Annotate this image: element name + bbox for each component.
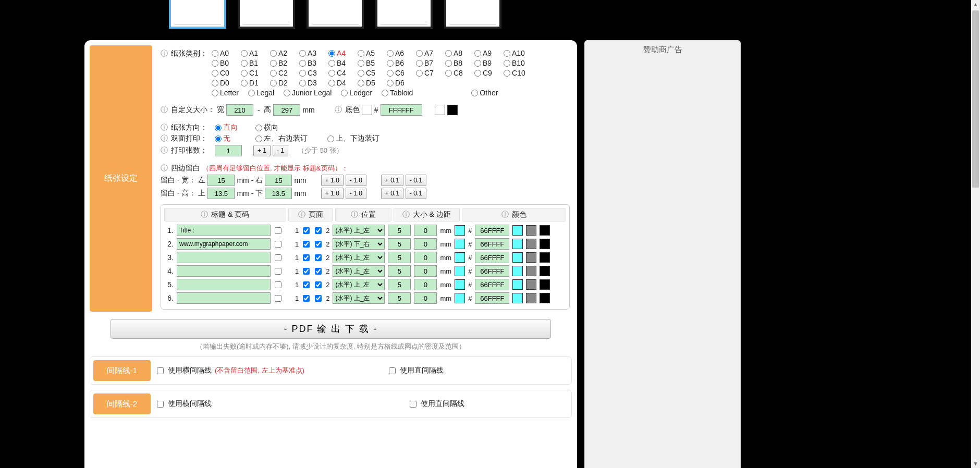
radio-paper-b5[interactable]: B5 [358,59,385,67]
input-title-margin[interactable] [414,238,437,250]
chk-page2[interactable] [315,241,322,248]
btn-mw-minus1[interactable]: - 1.0 [346,175,366,186]
input-title-hex[interactable] [475,279,509,290]
chk-v-sep-1[interactable] [389,367,396,374]
scroll-up-icon[interactable]: ▲ [971,0,980,9]
radio-paper-b10[interactable]: B10 [504,59,531,67]
swatch-preset-black[interactable] [540,239,550,249]
chk-title-enable[interactable] [275,227,281,234]
thumbnail-4[interactable] [375,0,433,29]
input-title-hex[interactable] [475,265,509,277]
input-title-size[interactable] [388,265,411,277]
swatch-preset-white[interactable] [435,105,445,115]
input-title-hex[interactable] [475,292,509,304]
select-position[interactable]: (水平) 上_左(水平) 上_中(水平) 上_右(水平) 下_左(水平) 下_中… [333,279,385,290]
btn-mh-plus01[interactable]: + 0.1 [381,188,403,199]
swatch-preset-black[interactable] [540,293,550,303]
btn-mh-minus1[interactable]: - 1.0 [346,188,366,199]
chk-page1[interactable] [303,254,310,261]
select-position[interactable]: (水平) 上_左(水平) 上_中(水平) 上_右(水平) 下_左(水平) 下_中… [333,252,385,263]
radio-paper-a8[interactable]: A8 [445,49,472,57]
chk-page2[interactable] [315,227,322,234]
input-copies[interactable] [215,145,242,156]
radio-duplex-lr[interactable]: 左、右边装订 [255,134,313,143]
radio-paper-a9[interactable]: A9 [474,49,501,57]
input-title-hex[interactable] [475,238,509,250]
input-title-size[interactable] [388,238,411,250]
chk-page1[interactable] [303,281,310,288]
radio-paper-b4[interactable]: B4 [328,59,356,67]
input-custom-height[interactable] [273,104,300,116]
radio-landscape[interactable]: 横向 [255,123,281,132]
scroll-thumb[interactable] [972,10,979,188]
radio-paper-a3[interactable]: A3 [299,49,326,57]
input-title-margin[interactable] [414,225,437,236]
radio-paper-c8[interactable]: C8 [445,69,472,77]
radio-paper-c9[interactable]: C9 [474,69,501,77]
btn-copies-plus[interactable]: + 1 [253,145,271,156]
swatch-preset-cyan[interactable] [512,266,523,276]
radio-paper-b8[interactable]: B8 [445,59,472,67]
radio-paper-tabloid[interactable]: Tabloid [382,89,413,97]
chk-page1[interactable] [303,295,310,302]
chk-title-enable[interactable] [275,241,281,248]
radio-paper-d3[interactable]: D3 [299,79,326,87]
radio-portrait[interactable]: 直向 [215,123,241,132]
radio-duplex-tb[interactable]: 上、下边装订 [327,134,385,143]
chk-page1[interactable] [303,241,310,248]
radio-duplex-none[interactable]: 无 [215,134,241,143]
thumbnail-2[interactable] [238,0,295,29]
radio-paper-c10[interactable]: C10 [504,69,531,77]
input-margin-top[interactable] [207,188,235,199]
input-title-size[interactable] [388,279,411,290]
swatch-title-color[interactable] [455,239,465,249]
radio-paper-letter[interactable]: Letter [212,89,239,97]
help-icon[interactable]: ⓘ [335,105,342,115]
swatch-preset-gray[interactable] [526,252,536,263]
swatch-bg-white[interactable] [362,105,372,115]
radio-paper-a0[interactable]: A0 [212,49,239,57]
swatch-preset-black[interactable] [540,252,550,263]
radio-paper-c0[interactable]: C0 [212,69,239,77]
radio-paper-d4[interactable]: D4 [328,79,356,87]
vertical-scrollbar[interactable]: ▲ ▼ [971,0,980,468]
help-icon[interactable]: ⓘ [161,123,168,132]
swatch-title-color[interactable] [455,279,465,290]
radio-paper-c3[interactable]: C3 [299,69,326,77]
help-icon[interactable]: ⓘ [161,146,168,155]
help-icon[interactable]: ⓘ [161,134,168,143]
input-title-text[interactable] [177,225,271,236]
btn-mw-plus1[interactable]: + 1.0 [321,175,344,186]
swatch-preset-black[interactable] [540,225,550,236]
input-title-text[interactable] [177,279,271,290]
input-title-text[interactable] [177,292,271,304]
chk-page2[interactable] [315,295,322,302]
radio-paper-junior-legal[interactable]: Junior Legal [284,89,332,97]
input-custom-width[interactable] [226,104,253,116]
swatch-preset-gray[interactable] [526,279,536,290]
select-position[interactable]: (水平) 上_左(水平) 上_中(水平) 上_右(水平) 下_左(水平) 下_中… [333,265,385,277]
radio-paper-a6[interactable]: A6 [387,49,414,57]
thumbnail-1[interactable] [169,0,226,29]
radio-paper-other[interactable]: Other [471,89,498,97]
radio-paper-c7[interactable]: C7 [416,69,443,77]
btn-copies-minus[interactable]: - 1 [273,145,288,156]
radio-paper-a5[interactable]: A5 [358,49,385,57]
radio-paper-b1[interactable]: B1 [241,59,268,67]
radio-paper-d1[interactable]: D1 [241,79,268,87]
swatch-title-color[interactable] [455,293,465,303]
chk-page1[interactable] [303,227,310,234]
chk-page1[interactable] [303,268,310,275]
input-title-size[interactable] [388,292,411,304]
chk-page2[interactable] [315,268,322,275]
swatch-preset-gray[interactable] [526,293,536,303]
swatch-preset-cyan[interactable] [512,293,523,303]
swatch-preset-cyan[interactable] [512,239,523,249]
input-title-size[interactable] [388,225,411,236]
select-position[interactable]: (水平) 上_左(水平) 上_中(水平) 上_右(水平) 下_左(水平) 下_中… [333,225,385,236]
radio-paper-b2[interactable]: B2 [270,59,297,67]
swatch-title-color[interactable] [455,225,465,236]
radio-paper-d6[interactable]: D6 [387,79,414,87]
swatch-title-color[interactable] [455,252,465,263]
btn-mh-minus01[interactable]: - 0.1 [406,188,426,199]
